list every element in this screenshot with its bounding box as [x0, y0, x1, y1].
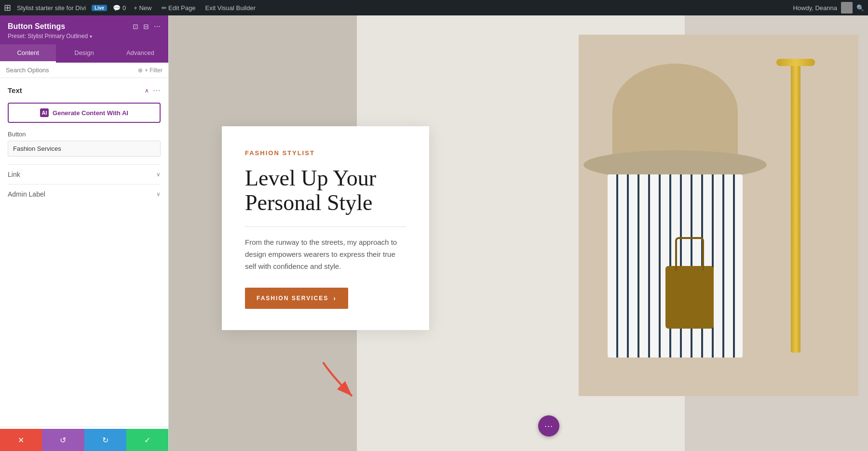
- striped-shirt: [608, 174, 743, 358]
- search-input[interactable]: [6, 66, 135, 74]
- more-icon[interactable]: ⋯: [154, 23, 161, 30]
- sidebar-title-row: Button Settings ⊡ ⊟ ⋯: [8, 22, 161, 31]
- main-layout: Button Settings ⊡ ⊟ ⋯ Preset: Stylist Pr…: [0, 15, 868, 451]
- search-icon[interactable]: 🔍: [856, 4, 864, 12]
- preset-label[interactable]: Preset: Stylist Primary Outlined ▾: [8, 33, 161, 40]
- fashion-photo-inner: [579, 35, 858, 396]
- link-chevron-icon: ∨: [156, 171, 161, 178]
- sidebar-content: Text ∧ ⋯ AI Generate Content With AI But…: [0, 78, 168, 426]
- hero-button-label: FASHION SERVICES: [257, 295, 328, 302]
- button-text-input[interactable]: [8, 141, 161, 157]
- admin-label-accordion-header[interactable]: Admin Label ∨: [8, 190, 161, 198]
- bottom-bar: ✕ ↺ ↻ ✓: [0, 429, 168, 451]
- clothing-rack-top: [776, 59, 815, 66]
- hero-button-arrow-icon: ›: [333, 294, 337, 302]
- button-field-label: Button: [8, 131, 161, 138]
- redo-button[interactable]: ↻: [84, 429, 126, 451]
- preset-arrow-icon: ▾: [90, 34, 92, 39]
- hat-crown: [612, 64, 738, 160]
- comment-icon: 💬: [113, 4, 121, 12]
- sidebar-header-icons: ⊡ ⊟ ⋯: [133, 23, 161, 30]
- cancel-icon: ✕: [18, 436, 24, 445]
- fashion-photo: [579, 35, 858, 396]
- cancel-button[interactable]: ✕: [0, 429, 42, 451]
- hero-description: From the runway to the streets, my appro…: [245, 237, 406, 272]
- ai-icon: AI: [40, 108, 49, 117]
- tab-advanced[interactable]: Advanced: [112, 44, 168, 63]
- hero-divider: [245, 226, 406, 227]
- floating-menu-icon: ···: [544, 421, 553, 431]
- comment-count: 💬 0: [113, 4, 126, 12]
- undo-button[interactable]: ↺: [42, 429, 84, 451]
- edit-page-button[interactable]: ✏ Edit Page: [160, 3, 198, 13]
- hero-title: Level Up YourPersonal Style: [245, 166, 406, 215]
- hat-shape: [598, 44, 752, 179]
- undo-icon: ↺: [60, 436, 66, 445]
- admin-label-chevron-icon: ∨: [156, 191, 161, 198]
- admin-label-accordion: Admin Label ∨: [8, 184, 161, 204]
- text-section-header: Text ∧ ⋯: [8, 84, 161, 97]
- admin-bar-left: ⊞ Stylist starter site for Divi Live 💬 0…: [4, 2, 785, 13]
- admin-label-title: Admin Label: [8, 190, 45, 198]
- text-section-more-icon[interactable]: ⋯: [153, 86, 161, 95]
- howdy-text: Howdy, Deanna: [793, 4, 837, 12]
- admin-bar-right: Howdy, Deanna 🔍: [793, 2, 864, 13]
- bag: [665, 266, 714, 329]
- tab-content[interactable]: Content: [0, 44, 56, 63]
- clothing-rack: [791, 64, 800, 353]
- new-button[interactable]: + New: [132, 3, 153, 13]
- wordpress-logo-icon[interactable]: ⊞: [4, 2, 11, 13]
- columns-icon[interactable]: ⊟: [143, 23, 149, 30]
- filter-icon: ⊕: [138, 67, 143, 74]
- sidebar-tabs: Content Design Advanced: [0, 44, 168, 63]
- panel-title: Button Settings: [8, 22, 65, 31]
- site-name[interactable]: Stylist starter site for Divi: [17, 4, 86, 12]
- filter-button[interactable]: ⊕ + Filter: [138, 67, 163, 74]
- link-accordion: Link ∨: [8, 164, 161, 184]
- link-accordion-title: Link: [8, 171, 20, 178]
- sidebar-header: Button Settings ⊡ ⊟ ⋯ Preset: Stylist Pr…: [0, 15, 168, 44]
- save-icon: ✓: [144, 436, 150, 445]
- admin-bar: ⊞ Stylist starter site for Divi Live 💬 0…: [0, 0, 868, 15]
- section-controls: ∧ ⋯: [145, 86, 161, 95]
- collapse-icon[interactable]: ∧: [145, 87, 149, 94]
- text-section-title: Text: [8, 86, 22, 94]
- preset-text: Preset: Stylist Primary Outlined: [8, 33, 88, 40]
- hero-cta-button[interactable]: FASHION SERVICES ›: [245, 288, 348, 309]
- hero-card: FASHION STYLIST Level Up YourPersonal St…: [222, 126, 429, 330]
- tab-design[interactable]: Design: [56, 44, 112, 63]
- avatar: [841, 2, 853, 13]
- generate-ai-button[interactable]: AI Generate Content With AI: [8, 103, 161, 123]
- exit-visual-builder-button[interactable]: Exit Visual Builder: [203, 3, 258, 13]
- live-badge: Live: [92, 5, 107, 11]
- floating-menu-button[interactable]: ···: [538, 415, 559, 437]
- button-field: Button: [8, 131, 161, 164]
- link-accordion-header[interactable]: Link ∨: [8, 171, 161, 178]
- redo-icon: ↻: [102, 436, 108, 445]
- view-icon[interactable]: ⊡: [133, 23, 138, 30]
- search-bar: ⊕ + Filter: [0, 63, 168, 78]
- bag-strap: [675, 237, 704, 271]
- page-content: FASHION STYLIST Level Up YourPersonal St…: [169, 15, 868, 451]
- hero-category: FASHION STYLIST: [245, 149, 406, 157]
- save-button[interactable]: ✓: [126, 429, 168, 451]
- sidebar: Button Settings ⊡ ⊟ ⋯ Preset: Stylist Pr…: [0, 15, 169, 451]
